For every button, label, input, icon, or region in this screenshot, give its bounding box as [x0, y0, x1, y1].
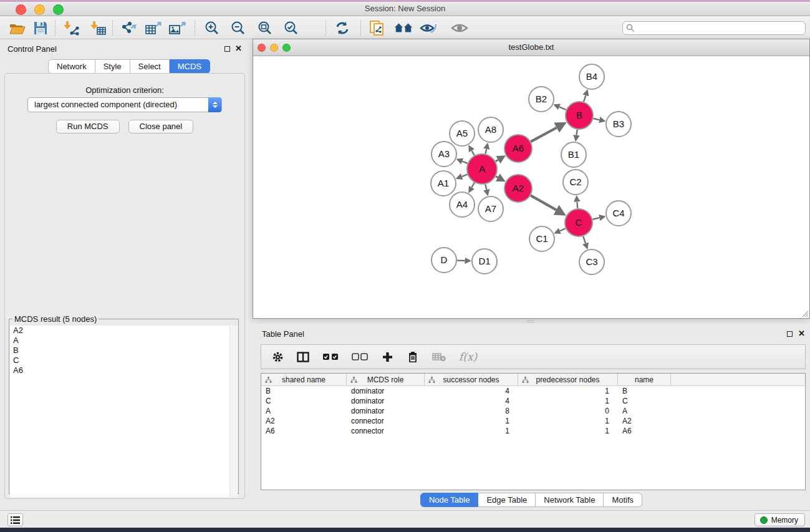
first-neighbors-button[interactable] — [394, 19, 413, 37]
column-header-name[interactable]: name — [618, 374, 671, 386]
export-network-button[interactable] — [120, 19, 138, 37]
table-cell[interactable]: C — [618, 396, 671, 406]
zoom-window-button[interactable] — [53, 4, 64, 15]
column-header-MCDS-role[interactable]: MCDS role — [347, 374, 425, 386]
scrollbar-track[interactable] — [229, 326, 238, 497]
table-cell[interactable]: B — [261, 386, 347, 396]
tab-select[interactable]: Select — [130, 59, 170, 74]
tab-network[interactable]: Network — [48, 59, 95, 74]
table-cell[interactable]: A2 — [261, 416, 347, 426]
open-session-button[interactable] — [8, 19, 27, 37]
zoom-in-button[interactable] — [203, 19, 221, 37]
edge-B-B3[interactable] — [593, 118, 599, 120]
table-settings-button[interactable] — [271, 351, 284, 363]
table-cell[interactable]: C — [261, 396, 347, 406]
minimize-view-button[interactable] — [270, 44, 278, 52]
clone-view-button[interactable] — [368, 19, 387, 37]
mcds-result-item[interactable]: A2 — [10, 326, 238, 336]
table-cell[interactable]: 1 — [425, 426, 518, 436]
edge-A6-B[interactable] — [531, 128, 556, 142]
edge-A-A2[interactable] — [496, 177, 498, 178]
table-cell[interactable]: connector — [347, 426, 425, 436]
close-panel-button[interactable]: Close panel — [128, 120, 194, 133]
edge-A-A5[interactable] — [471, 151, 474, 156]
import-table-button[interactable] — [89, 19, 108, 37]
edge-A-A4[interactable] — [471, 183, 474, 188]
edge-B-B4[interactable] — [584, 95, 586, 102]
tab-network-table[interactable]: Network Table — [536, 493, 604, 507]
network-graph[interactable]: B4B2BB3A5A8A6A3B1AA1A2C2A4A7CC4C1C3DD1 — [253, 56, 809, 318]
mcds-result-list[interactable]: A2ABCA6 — [10, 326, 238, 497]
hide-selected-button[interactable] — [419, 19, 438, 37]
split-pane-handle[interactable] — [527, 320, 534, 322]
export-image-button[interactable] — [168, 19, 187, 37]
tab-style[interactable]: Style — [95, 59, 130, 74]
criterion-select[interactable]: largest connected component (directed) — [27, 97, 222, 112]
table-row[interactable]: Cdominator41C — [261, 396, 805, 406]
zoom-view-button[interactable] — [282, 44, 291, 52]
float-panel-icon[interactable] — [787, 331, 793, 337]
network-canvas[interactable]: B4B2BB3A5A8A6A3B1AA1A2C2A4A7CC4C1C3DD1 — [253, 56, 809, 318]
table-row[interactable]: Bdominator41B — [261, 386, 805, 396]
table-cell[interactable]: 1 — [518, 396, 618, 406]
network-window-titlebar[interactable]: testGlobe.txt — [253, 39, 809, 56]
run-mcds-button[interactable]: Run MCDS — [56, 120, 120, 133]
table-cell[interactable]: 1 — [425, 416, 518, 426]
table-cell[interactable]: connector — [347, 416, 425, 426]
table-cell[interactable]: 1 — [518, 426, 618, 436]
memory-button[interactable]: Memory — [755, 513, 805, 526]
table-cell[interactable]: A2 — [618, 416, 671, 426]
edge-C-C3[interactable] — [583, 236, 586, 243]
column-header-shared-name[interactable]: shared name — [261, 374, 347, 386]
edge-A-A3[interactable] — [462, 162, 467, 163]
table-row[interactable]: A2connector11A2 — [261, 416, 805, 426]
table-cell[interactable]: A — [261, 406, 347, 416]
table-cell[interactable]: dominator — [347, 406, 425, 416]
table-cell[interactable]: 4 — [425, 396, 518, 406]
table-cell[interactable]: 1 — [518, 386, 618, 396]
tab-node-table[interactable]: Node Table — [420, 493, 479, 507]
edge-C-C4[interactable] — [592, 218, 599, 220]
edge-A2-C[interactable] — [531, 195, 556, 210]
delete-table-button[interactable] — [432, 352, 446, 362]
refresh-view-button[interactable] — [333, 19, 352, 37]
column-header-successor-nodes[interactable]: successor nodes — [425, 374, 518, 386]
edge-B-B2[interactable] — [559, 107, 566, 110]
zoom-fit-button[interactable] — [256, 19, 274, 37]
edge-A-A6[interactable] — [496, 160, 498, 161]
task-history-button[interactable] — [7, 513, 23, 526]
deselect-all-columns-button[interactable] — [352, 353, 368, 360]
table-cell[interactable]: dominator — [347, 396, 425, 406]
function-builder-button[interactable]: f(x) — [459, 351, 477, 363]
select-all-columns-button[interactable] — [322, 353, 339, 360]
zoom-out-button[interactable] — [229, 19, 248, 37]
minimize-window-button[interactable] — [34, 4, 45, 15]
table-cell[interactable]: B — [618, 386, 671, 396]
tab-motifs[interactable]: Motifs — [604, 493, 642, 507]
table-cell[interactable]: dominator — [347, 386, 425, 396]
column-header-predecessor-nodes[interactable]: predecessor nodes — [518, 374, 618, 386]
table-cell[interactable]: A6 — [618, 426, 671, 436]
edge-A-A8[interactable] — [485, 149, 486, 154]
node-table[interactable]: shared nameMCDS rolesuccessor nodesprede… — [261, 373, 806, 490]
edge-C-C1[interactable] — [560, 228, 566, 231]
show-all-button[interactable] — [450, 19, 469, 37]
table-cell[interactable]: 8 — [425, 406, 518, 416]
edge-A-A7[interactable] — [485, 184, 486, 190]
table-row[interactable]: A6connector11A6 — [261, 426, 805, 436]
tab-edge-table[interactable]: Edge Table — [478, 493, 536, 507]
table-cell[interactable]: 0 — [518, 406, 618, 416]
save-session-button[interactable] — [31, 19, 50, 37]
edge-C-C2[interactable] — [577, 201, 577, 208]
table-cell[interactable]: A6 — [261, 426, 347, 436]
table-cell[interactable]: 1 — [518, 416, 618, 426]
edge-A-A1[interactable] — [462, 175, 468, 177]
search-input[interactable] — [622, 21, 806, 35]
mcds-result-item[interactable]: C — [10, 355, 238, 365]
zoom-selected-button[interactable] — [282, 19, 301, 37]
close-panel-icon[interactable]: ✕ — [235, 44, 242, 53]
mcds-result-item[interactable]: B — [10, 346, 238, 355]
mcds-result-item[interactable]: A6 — [10, 365, 238, 375]
close-panel-icon[interactable]: ✕ — [798, 329, 805, 338]
delete-column-button[interactable] — [407, 351, 419, 362]
